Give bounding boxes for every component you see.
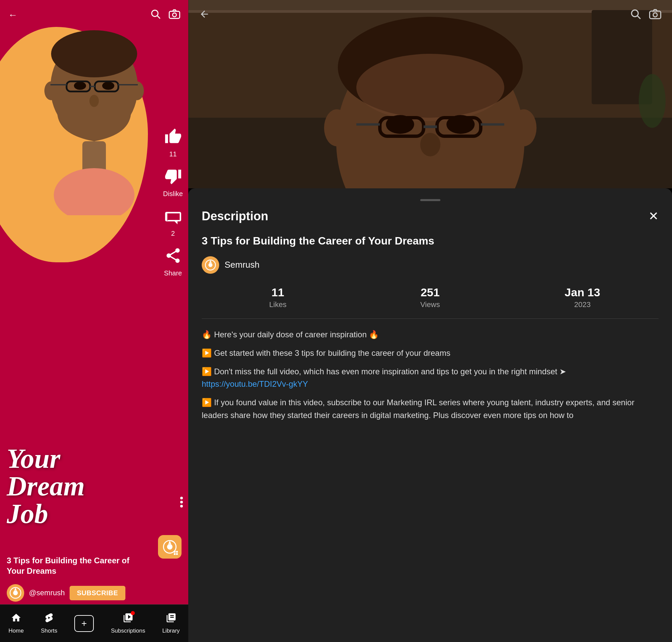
video-link[interactable]: https://youtu.be/TDI2Vv-gkYY <box>202 380 308 388</box>
nav-library[interactable]: Library <box>163 613 180 634</box>
right-header <box>188 0 672 30</box>
description-panel: Description ✕ 3 Tips for Building the Ca… <box>188 188 672 642</box>
svg-point-7 <box>51 30 137 77</box>
share-button[interactable]: Share <box>164 247 182 277</box>
right-back-button[interactable] <box>199 9 210 22</box>
description-title: Description <box>202 209 268 223</box>
nav-shorts[interactable]: Shorts <box>41 613 57 634</box>
channel-row: @semrush SUBSCRIBE <box>7 584 182 602</box>
left-video-area[interactable] <box>0 0 188 353</box>
right-panel: Description ✕ 3 Tips for Building the Ca… <box>188 0 672 642</box>
desc-line-1: 🔥 Here's your daily dose of career inspi… <box>202 328 659 341</box>
likes-value: 11 <box>202 286 354 299</box>
likes-stat: 11 Likes <box>202 286 354 309</box>
dot3 <box>180 505 183 508</box>
svg-point-3 <box>172 13 176 16</box>
views-label: Views <box>354 300 506 309</box>
video-description-text: 3 Tips for Building the Career of Your D… <box>7 555 134 576</box>
header-actions <box>150 9 180 22</box>
channel-handle: @semrush <box>29 589 65 597</box>
notification-badge <box>131 611 135 615</box>
dot2 <box>180 501 183 503</box>
svg-rect-22 <box>174 551 176 553</box>
desc-line-3: ▶️ Don't miss the full video, which has … <box>202 365 659 390</box>
views-value: 251 <box>354 286 506 299</box>
description-header: Description ✕ <box>202 209 659 223</box>
comment-count: 2 <box>171 230 175 237</box>
comment-button[interactable]: 2 <box>164 207 182 237</box>
home-label: Home <box>9 628 24 634</box>
date-year: 2023 <box>506 300 659 309</box>
svg-point-5 <box>54 168 134 215</box>
share-label: Share <box>164 269 182 277</box>
person-image <box>30 20 158 215</box>
svg-point-35 <box>639 74 665 128</box>
svg-point-11 <box>102 82 114 90</box>
desc-line-4: ▶️ If you found value in this video, sub… <box>202 396 659 421</box>
right-search-icon[interactable] <box>630 8 641 23</box>
like-button[interactable]: 11 <box>164 128 182 158</box>
shorts-fab[interactable] <box>158 535 182 558</box>
subscribe-button[interactable]: SUBSCRIBE <box>69 586 125 600</box>
svg-point-38 <box>356 54 504 121</box>
shorts-icon <box>44 613 54 626</box>
library-label: Library <box>163 628 180 634</box>
camera-icon[interactable] <box>169 9 180 22</box>
desc-line-2: ▶️ Get started with these 3 tips for bui… <box>202 347 659 359</box>
svg-rect-23 <box>176 551 178 553</box>
svg-rect-24 <box>174 553 176 555</box>
channel-row-description: Semrush <box>202 256 659 274</box>
date-value: Jan 13 <box>506 286 659 299</box>
home-icon <box>11 613 22 626</box>
search-icon[interactable] <box>150 9 161 22</box>
svg-point-48 <box>511 109 537 146</box>
back-button[interactable]: ← <box>8 10 17 21</box>
channel-name-description: Semrush <box>224 260 259 270</box>
svg-point-17 <box>89 95 99 107</box>
left-header: ← <box>0 0 188 30</box>
video-title-overlay: Your Dream Job <box>7 445 85 528</box>
svg-rect-25 <box>176 553 178 555</box>
views-stat: 251 Views <box>354 286 506 309</box>
dislike-button[interactable]: Dislike <box>163 167 183 198</box>
svg-line-27 <box>637 16 640 18</box>
right-camera-icon[interactable] <box>649 8 661 23</box>
bottom-navigation: Home Shorts + Subscriptions Library <box>0 604 188 642</box>
svg-point-29 <box>653 13 657 17</box>
channel-avatar-description[interactable] <box>202 256 219 274</box>
svg-rect-28 <box>650 11 661 19</box>
left-panel: ← <box>0 0 188 642</box>
more-options-button[interactable] <box>180 497 183 508</box>
subscriptions-label: Subscriptions <box>111 628 145 634</box>
stats-row: 11 Likes 251 Views Jan 13 2023 <box>202 286 659 319</box>
svg-point-46 <box>420 133 440 156</box>
svg-point-21 <box>167 544 172 550</box>
right-header-actions <box>630 8 661 23</box>
left-bottom-info: 3 Tips for Building the Career of Your D… <box>0 555 188 602</box>
svg-point-47 <box>324 109 350 146</box>
dislike-label: Dislike <box>163 190 183 198</box>
date-stat: Jan 13 2023 <box>506 286 659 309</box>
svg-rect-2 <box>169 11 180 18</box>
nav-subscriptions[interactable]: Subscriptions <box>111 613 145 634</box>
create-button[interactable]: + <box>74 615 94 632</box>
dot1 <box>180 497 183 499</box>
nav-home[interactable]: Home <box>9 613 24 634</box>
subscriptions-icon <box>123 613 133 626</box>
drag-handle[interactable] <box>420 199 440 201</box>
svg-line-1 <box>157 16 160 18</box>
action-buttons: 11 Dislike 2 Share <box>163 128 183 277</box>
likes-label: Likes <box>202 300 354 309</box>
description-body: 🔥 Here's your daily dose of career inspi… <box>202 328 659 421</box>
nav-create[interactable]: + <box>74 615 94 632</box>
channel-info: @semrush SUBSCRIBE <box>7 584 125 602</box>
close-button[interactable]: ✕ <box>648 209 659 223</box>
plus-icon: + <box>81 618 87 629</box>
library-icon <box>166 613 177 626</box>
shorts-label: Shorts <box>41 628 57 634</box>
channel-avatar[interactable] <box>7 584 24 602</box>
svg-point-52 <box>208 263 212 267</box>
video-title-description: 3 Tips for Building the Career of Your D… <box>202 234 659 248</box>
svg-point-19 <box>13 591 18 595</box>
svg-point-10 <box>74 82 86 90</box>
